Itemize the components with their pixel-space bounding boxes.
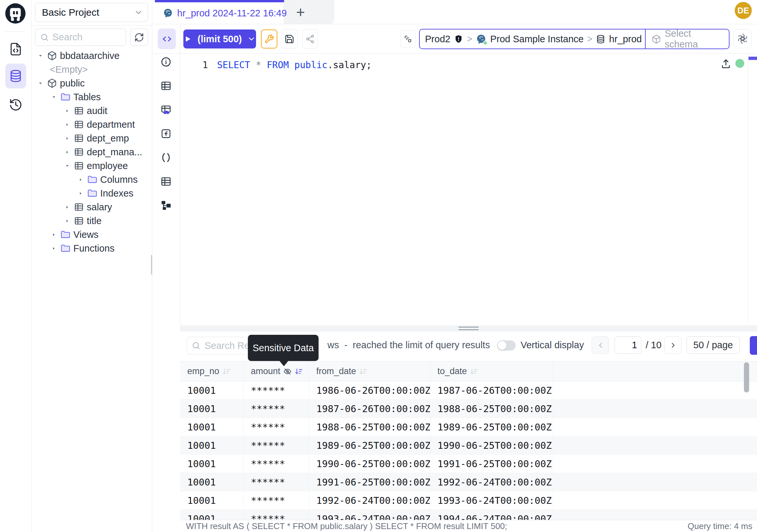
tree-item-dept-emp[interactable]: dept_emp (32, 131, 152, 145)
caret-right-icon[interactable] (76, 175, 84, 183)
table-row[interactable]: 10001******1992-06-24T00:00:00Z1993-06-2… (180, 491, 757, 510)
rail-divider (4, 31, 25, 32)
rail-item-databases[interactable] (5, 64, 26, 88)
caret-right-icon[interactable] (63, 134, 71, 142)
table-row[interactable]: 10001******1988-06-25T00:00:00Z1989-06-2… (180, 418, 757, 436)
prev-page-button[interactable] (591, 336, 609, 354)
save-button[interactable] (281, 29, 298, 48)
schema-selector[interactable]: Select schema (645, 29, 729, 48)
tree-item-dept-mana[interactable]: dept_mana... (32, 145, 152, 159)
sort-icon[interactable] (295, 367, 303, 376)
tab-title: hr_prod 2024-11-22 16:49 (177, 8, 287, 19)
sort-icon[interactable] (222, 367, 231, 376)
tree-item-indexes[interactable]: Indexes (32, 186, 152, 200)
next-page-button[interactable] (664, 336, 682, 354)
caret-down-icon[interactable] (50, 93, 58, 101)
column-header-emp_no[interactable]: emp_no (180, 362, 244, 381)
bytebase-logo-icon[interactable] (5, 3, 26, 24)
connection-path[interactable]: Prod2 > Prod Sample Instance > hr_prod (420, 29, 645, 48)
page-size-selector[interactable]: 50 / page (686, 336, 740, 354)
sidebar-search-input[interactable] (52, 32, 121, 43)
sort-icon[interactable] (359, 367, 368, 376)
postgres-icon (163, 8, 173, 18)
share-button[interactable] (302, 29, 318, 48)
tree-item-label: Indexes (100, 188, 134, 199)
code-panel-button[interactable] (158, 28, 176, 49)
tree-item-bbdataarchive[interactable]: bbdataarchive (32, 49, 152, 63)
sql-editor-screen: Basic Project bbdataarchive<Empty>public… (0, 0, 757, 532)
sql-editor: 1 SELECT * FROM public.salary; (152, 54, 757, 325)
sql-token: * (256, 60, 261, 71)
table-row[interactable]: 10001******1993-06-24T00:00:00Z1994-06-2… (180, 510, 757, 520)
format-button[interactable] (261, 29, 277, 48)
upload-icon[interactable] (720, 58, 732, 69)
tree-item-views[interactable]: Views (32, 228, 152, 241)
tab-hr-prod[interactable]: hr_prod 2024-11-22 16:49 (155, 0, 284, 24)
sidebar-search[interactable] (35, 28, 126, 46)
info-icon[interactable] (159, 55, 173, 69)
table-row[interactable]: 10001******1987-06-26T00:00:00Z1988-06-2… (180, 400, 757, 418)
tree-item-empty[interactable]: <Empty> (32, 63, 152, 76)
table-cell (553, 491, 757, 509)
tree-item-public[interactable]: public (32, 76, 152, 90)
tree-item-tables[interactable]: Tables (32, 90, 152, 104)
run-query-button[interactable]: (limit 500) (183, 29, 256, 48)
tree-item-employee[interactable]: employee (32, 159, 152, 172)
function-square-icon[interactable] (159, 126, 173, 141)
table-row[interactable]: 10001******1986-06-26T00:00:00Z1987-06-2… (180, 381, 757, 400)
sort-icon[interactable] (470, 367, 478, 376)
vertical-display-toggle[interactable] (497, 340, 516, 351)
project-selector-label: Basic Project (42, 7, 99, 18)
tree-item-salary[interactable]: salary (32, 200, 152, 214)
page-number-input[interactable]: 1 (615, 336, 641, 354)
table-scrollbar-thumb[interactable] (744, 362, 749, 392)
panel-splitter[interactable] (180, 325, 757, 331)
parens-icon[interactable] (159, 150, 173, 165)
caret-right-icon[interactable] (76, 189, 84, 197)
rail-item-history[interactable] (5, 94, 26, 115)
table-row[interactable]: 10001******1991-06-25T00:00:00Z1992-06-2… (180, 473, 757, 491)
table-row[interactable]: 10001******1990-06-25T00:00:00Z1991-06-2… (180, 455, 757, 473)
caret-down-icon[interactable] (36, 79, 44, 87)
caret-right-icon[interactable] (50, 231, 58, 238)
tree-item-label: Views (73, 229, 99, 240)
caret-right-icon[interactable] (63, 148, 71, 156)
project-selector[interactable]: Basic Project (35, 3, 148, 22)
caret-down-icon[interactable] (63, 162, 71, 170)
caret-right-icon[interactable] (63, 121, 71, 128)
tree-item-functions[interactable]: Functions (32, 241, 152, 255)
caret-right-icon[interactable] (63, 217, 71, 225)
table-cell: 1991-06-25T00:00:00Z (309, 473, 430, 491)
caret-down-icon[interactable] (36, 52, 44, 60)
table-cell (553, 381, 757, 399)
column-header-amount[interactable]: amount (244, 362, 309, 381)
batch-query-button[interactable] (400, 30, 416, 47)
caret-right-icon[interactable] (63, 107, 71, 115)
tab-bar: hr_prod 2024-11-22 16:49 + DE (152, 0, 757, 24)
schema-diagram-icon[interactable] (159, 198, 173, 213)
table-cell: 1989-06-25T00:00:00Z (430, 418, 553, 436)
tree-item-audit[interactable]: audit (32, 104, 152, 118)
user-avatar[interactable]: DE (735, 2, 752, 19)
editor-scrollbar-track (748, 54, 748, 325)
ai-assistant-button[interactable] (733, 29, 752, 48)
rail-item-worksheets[interactable] (5, 39, 26, 60)
tree-item-department[interactable]: department (32, 118, 152, 131)
column-header-from_date[interactable]: from_date (309, 362, 430, 381)
results-table-body: 10001******1986-06-26T00:00:00Z1987-06-2… (180, 381, 757, 520)
table-search-icon[interactable] (159, 103, 173, 117)
table-row[interactable]: 10001******1989-06-25T00:00:00Z1990-06-2… (180, 436, 757, 455)
export-button-edge[interactable] (750, 336, 757, 355)
sql-code-line[interactable]: SELECT * FROM public.salary; (217, 60, 372, 71)
caret-right-icon[interactable] (63, 203, 71, 211)
caret-right-icon[interactable] (50, 244, 58, 252)
column-header-to_date[interactable]: to_date (430, 362, 553, 381)
tree-item-columns[interactable]: Columns (32, 172, 152, 186)
refresh-button[interactable] (130, 28, 148, 46)
tree-item-title[interactable]: title (32, 214, 152, 228)
editor-scrollbar-thumb[interactable] (748, 57, 757, 60)
table-icon[interactable] (159, 174, 173, 189)
new-tab-button[interactable]: + (291, 3, 310, 22)
sql-token: FROM (267, 60, 294, 71)
table-icon[interactable] (159, 78, 173, 93)
